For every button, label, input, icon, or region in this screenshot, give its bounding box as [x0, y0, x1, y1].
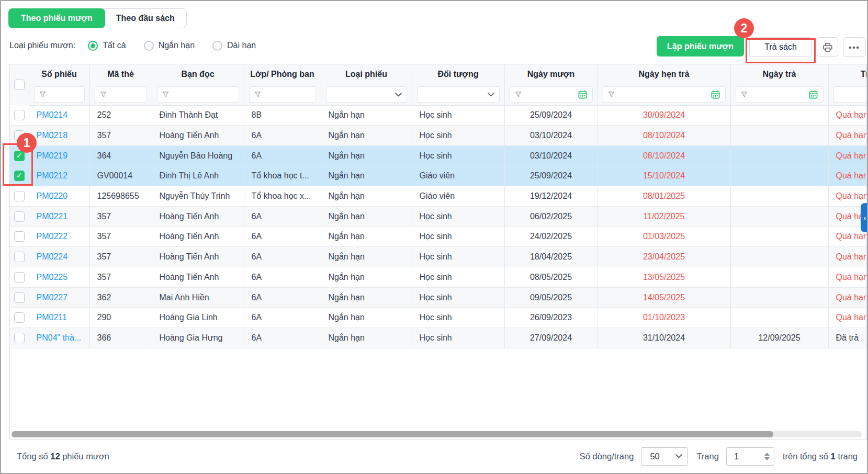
- tab-theo-dau-sach[interactable]: Theo đầu sách: [100, 8, 187, 28]
- calendar-icon[interactable]: [711, 89, 720, 99]
- radio-ngan-han[interactable]: Ngắn hạn: [144, 41, 195, 51]
- loan-type-filter-bar: Loại phiếu mượn: Tất cả Ngắn hạn Dài hạn: [9, 38, 274, 53]
- row-checkbox[interactable]: [14, 333, 25, 343]
- chevron-left-icon: ‹: [864, 214, 866, 222]
- col-header-lop-phong-ban[interactable]: Lớp/ Phòng ban: [244, 64, 321, 84]
- radio-icon[interactable]: [144, 41, 154, 51]
- table-row[interactable]: PM0224 357 Hoàng Tiến Anh 6A Ngắn hạn Họ…: [10, 247, 867, 267]
- table-row[interactable]: PM0218 357 Hoàng Tiến Anh 6A Ngắn hạn Họ…: [10, 126, 867, 146]
- reader-cell: Hoàng Tiến Anh: [152, 227, 244, 247]
- filter-ngay-hen-tra[interactable]: [603, 86, 726, 103]
- radio-dai-han[interactable]: Dài hạn: [212, 41, 256, 51]
- row-checkbox[interactable]: [14, 292, 25, 303]
- slip-code-link[interactable]: PM0220: [37, 191, 68, 200]
- page-number-input[interactable]: 1: [726, 447, 774, 466]
- row-checkbox-checked[interactable]: ✓: [14, 171, 25, 181]
- table-row[interactable]: PM0214 252 Đinh Thành Đạt 8B Ngắn hạn Họ…: [10, 105, 867, 126]
- col-header-loai-phieu[interactable]: Loại phiếu: [321, 64, 412, 84]
- filter-doi-tuong-select[interactable]: [417, 86, 500, 103]
- table-row[interactable]: PM0222 357 Hoàng Tiến Anh 6A Ngắn hạn Họ…: [10, 227, 867, 247]
- stepper-down-icon[interactable]: [764, 457, 770, 460]
- borrow-slips-window: Theo phiếu mượn Theo đầu sách Loại phiếu…: [0, 0, 868, 474]
- filter-loai-phieu-select[interactable]: [326, 86, 407, 103]
- col-header-ngay-tra[interactable]: Ngày trả: [730, 64, 828, 84]
- total-pages-text: trên tổng số 1 trang: [783, 452, 858, 461]
- filter-ngay-tra[interactable]: [736, 86, 824, 103]
- horizontal-scrollbar-thumb[interactable]: [12, 431, 773, 437]
- table-row[interactable]: PM0211 290 Hoàng Gia Linh 6A Ngắn hạn Họ…: [10, 308, 867, 328]
- table-row-selected[interactable]: ✓ PM0219 364 Nguyễn Bảo Hoàng 6A Ngắn hạ…: [10, 145, 867, 166]
- slip-code-link[interactable]: PM0219: [37, 151, 68, 160]
- more-actions-button[interactable]: •••: [843, 37, 866, 57]
- row-checkbox[interactable]: [14, 312, 25, 323]
- table-row[interactable]: PM0225 357 Hoàng Tiến Anh 6A Ngắn hạn Họ…: [10, 267, 867, 288]
- slip-code-link[interactable]: PN04" thà...: [37, 333, 82, 342]
- card-cell: 125698655: [89, 186, 152, 207]
- horizontal-scrollbar-track[interactable]: [12, 431, 862, 437]
- col-header-trang-thai[interactable]: Trạng thái: [828, 64, 867, 84]
- filter-ban-doc[interactable]: [157, 86, 239, 103]
- return-date-cell: [730, 105, 828, 126]
- slip-code-link[interactable]: PM0227: [37, 293, 68, 302]
- filter-trang-thai[interactable]: [833, 86, 867, 103]
- calendar-icon[interactable]: [808, 89, 818, 99]
- col-header-ma-the[interactable]: Mã thẻ: [89, 64, 152, 84]
- filter-lop-phong-ban[interactable]: [249, 86, 316, 103]
- audience-cell: Học sinh: [412, 308, 504, 328]
- rows-per-page-select[interactable]: 50: [641, 447, 688, 466]
- row-checkbox[interactable]: [14, 231, 25, 242]
- col-header-doi-tuong[interactable]: Đối tượng: [412, 64, 504, 84]
- table-row[interactable]: PM0227 362 Mai Anh Hiền 6A Ngắn hạn Học …: [10, 287, 867, 308]
- slip-code-link[interactable]: PM0224: [37, 252, 68, 261]
- col-header-ban-doc[interactable]: Bạn đọc: [152, 64, 244, 84]
- audience-cell: Học sinh: [412, 126, 504, 146]
- radio-tat-ca[interactable]: Tất cả: [88, 41, 126, 51]
- slip-code-link[interactable]: PM0222: [37, 232, 68, 241]
- filter-so-phieu[interactable]: [34, 86, 85, 103]
- row-checkbox[interactable]: [14, 252, 25, 262]
- select-all-cell: [10, 64, 29, 105]
- radio-selected-icon[interactable]: [88, 41, 98, 51]
- audience-cell: Học sinh: [412, 267, 504, 288]
- filter-ma-the[interactable]: [95, 86, 147, 103]
- print-button[interactable]: [817, 37, 838, 57]
- reader-cell: Hoàng Gia Hưng: [152, 328, 244, 348]
- reader-cell: Mai Anh Hiền: [152, 287, 244, 308]
- create-borrow-slip-button[interactable]: Lập phiếu mượn: [657, 36, 744, 57]
- row-checkbox[interactable]: [14, 211, 25, 222]
- row-checkbox[interactable]: [14, 110, 25, 120]
- filter-ngay-muon[interactable]: [510, 86, 593, 103]
- table-row[interactable]: PM0221 357 Hoàng Tiến Anh 6A Ngắn hạn Họ…: [10, 206, 867, 227]
- radio-icon[interactable]: [212, 41, 222, 51]
- stepper-up-icon[interactable]: [764, 453, 770, 456]
- slip-code-link[interactable]: PM0212: [37, 171, 68, 180]
- col-header-ngay-muon[interactable]: Ngày mượn: [504, 64, 598, 84]
- col-header-so-phieu[interactable]: Số phiếu: [29, 64, 89, 84]
- slip-code-link[interactable]: PM0214: [37, 110, 68, 119]
- table-row[interactable]: PM0220 125698655 Nguyễn Thúy Trinh Tổ kh…: [10, 186, 867, 207]
- return-books-button[interactable]: Trả sách: [749, 37, 812, 57]
- return-date-cell: [730, 166, 828, 186]
- col-header-ngay-hen-tra[interactable]: Ngày hẹn trả: [598, 64, 730, 84]
- calendar-icon[interactable]: [578, 89, 588, 99]
- type-cell: Ngắn hạn: [321, 166, 412, 186]
- return-date-cell: [730, 145, 828, 166]
- tab-theo-phieu-muon[interactable]: Theo phiếu mượn: [8, 8, 105, 28]
- slip-code-link[interactable]: PM0218: [37, 131, 68, 140]
- select-all-checkbox[interactable]: [14, 80, 25, 90]
- borrow-date-cell: 18/04/2025: [504, 247, 598, 267]
- row-checkbox[interactable]: [14, 191, 25, 201]
- table-row-selected[interactable]: ✓ PM0212 GV00014 Đinh Thị Lê Anh Tổ khoa…: [10, 166, 867, 186]
- ellipsis-icon: •••: [849, 43, 860, 52]
- slip-code-link[interactable]: PM0225: [37, 273, 68, 281]
- slip-code-link[interactable]: PM0221: [37, 212, 68, 221]
- unit-cell: 6A: [244, 287, 321, 308]
- slip-code-link[interactable]: PM0211: [37, 313, 67, 322]
- page-stepper[interactable]: [764, 453, 770, 460]
- funnel-icon: [162, 91, 169, 98]
- row-checkbox[interactable]: [14, 272, 25, 283]
- side-panel-toggle[interactable]: ‹: [861, 203, 868, 232]
- total-pages-value: 1: [831, 452, 836, 461]
- radio-label: Dài hạn: [227, 41, 256, 50]
- table-row[interactable]: PN04" thà... 366 Hoàng Gia Hưng 6A Ngắn …: [10, 328, 867, 348]
